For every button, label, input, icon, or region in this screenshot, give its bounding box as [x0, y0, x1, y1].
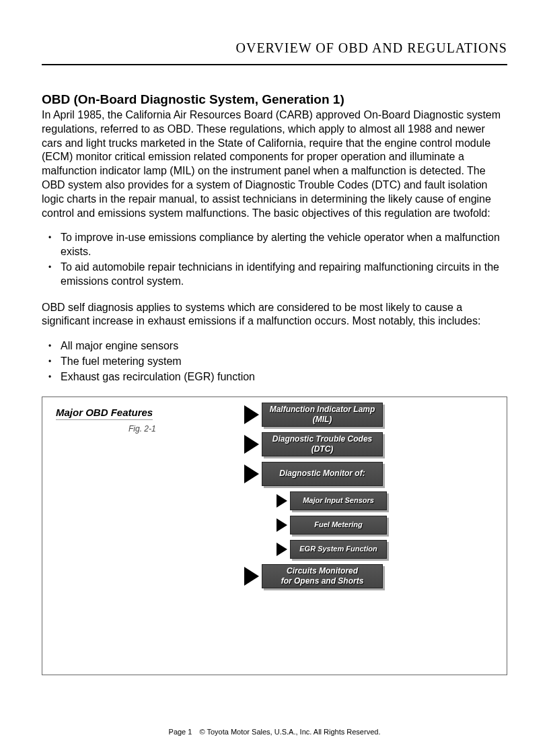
feature-label: Diagnostic Trouble Codes — [262, 434, 382, 444]
feature-row: Malfunction Indicator Lamp (MIL) — [244, 403, 387, 427]
list-item: To aid automobile repair technicians in … — [61, 261, 507, 289]
feature-box-sensors: Major Input Sensors — [290, 491, 387, 510]
content: OBD (On-Board Diagnostic System, Generat… — [42, 92, 507, 675]
feature-box-mil: Malfunction Indicator Lamp (MIL) — [262, 403, 383, 427]
feature-box-circuits: Circuits Monitored for Opens and Shorts — [262, 564, 383, 588]
list-item: All major engine sensors — [61, 339, 507, 353]
paragraph-1: In April 1985, the California Air Resour… — [42, 108, 507, 220]
feature-label: Circuits Monitored — [262, 566, 382, 576]
feature-box-dtc: Diagnostic Trouble Codes (DTC) — [262, 432, 383, 456]
arrow-icon — [244, 465, 259, 483]
arrow-icon — [277, 543, 287, 556]
feature-label: Diagnostic Monitor of: — [262, 469, 382, 478]
copyright-text: © Toyota Motor Sales, U.S.A., Inc. All R… — [199, 728, 380, 736]
page-header: OVERVIEW OF OBD AND REGULATIONS — [42, 40, 507, 65]
page-footer: Page 1 © Toyota Motor Sales, U.S.A., Inc… — [0, 728, 549, 736]
arrow-icon — [244, 567, 259, 586]
feature-box-egr: EGR System Function — [290, 540, 387, 559]
arrow-icon — [277, 518, 287, 532]
feature-row: Diagnostic Monitor of: — [244, 462, 387, 486]
feature-boxes: Malfunction Indicator Lamp (MIL) Diagnos… — [244, 403, 387, 594]
feature-sublabel: (MIL) — [262, 415, 382, 424]
feature-label: EGR System Function — [291, 545, 386, 553]
feature-row: Major Input Sensors — [277, 491, 387, 510]
feature-box-monitor: Diagnostic Monitor of: — [262, 462, 383, 486]
systems-list: All major engine sensors The fuel meteri… — [42, 339, 507, 384]
header-title: OVERVIEW OF OBD AND REGULATIONS — [236, 40, 507, 55]
arrow-icon — [244, 435, 259, 454]
page-number: Page 1 — [169, 728, 192, 736]
objectives-list: To improve in-use emissions compliance b… — [42, 231, 507, 288]
feature-box-fuel: Fuel Metering — [290, 516, 387, 535]
figure-box: Major OBD Features Fig. 2-1 Malfunction … — [42, 397, 507, 675]
arrow-icon — [244, 405, 259, 424]
arrow-icon — [277, 494, 287, 508]
feature-sublabel: (DTC) — [262, 444, 382, 454]
feature-row: Diagnostic Trouble Codes (DTC) — [244, 432, 387, 456]
feature-sublabel: for Opens and Shorts — [262, 576, 382, 586]
feature-label: Major Input Sensors — [291, 496, 386, 505]
list-item: To improve in-use emissions compliance b… — [61, 231, 507, 259]
feature-label: Malfunction Indicator Lamp — [262, 405, 382, 414]
feature-row: EGR System Function — [277, 540, 387, 559]
feature-label: Fuel Metering — [291, 520, 386, 529]
feature-row: Fuel Metering — [277, 516, 387, 535]
list-item: The fuel metering system — [61, 355, 507, 369]
figure-title: Major OBD Features — [56, 407, 153, 420]
feature-row: Circuits Monitored for Opens and Shorts — [244, 564, 387, 588]
section-title: OBD (On-Board Diagnostic System, Generat… — [42, 92, 507, 107]
list-item: Exhaust gas recirculation (EGR) function — [61, 370, 507, 384]
paragraph-2: OBD self diagnosis applies to systems wh… — [42, 301, 507, 329]
